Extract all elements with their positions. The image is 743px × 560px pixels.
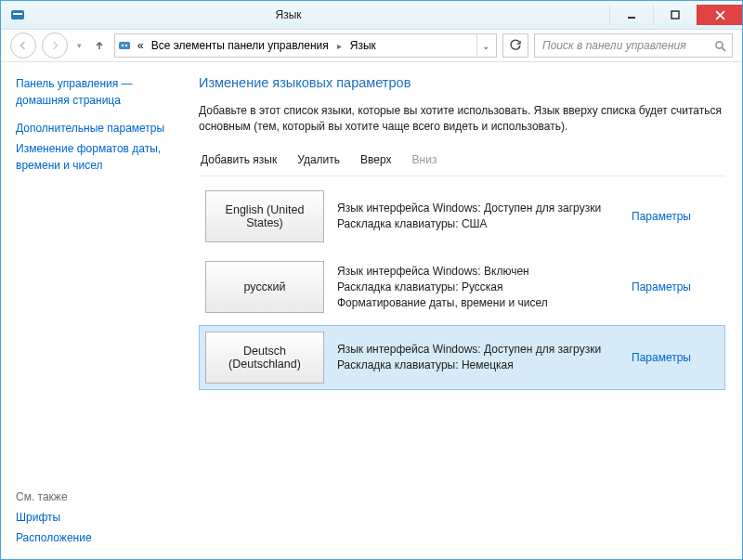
sidebar-location-link[interactable]: Расположение bbox=[16, 529, 184, 546]
minimize-button[interactable] bbox=[609, 5, 653, 25]
svg-rect-3 bbox=[671, 11, 679, 19]
language-row[interactable]: English (United States)Язык интерфейса W… bbox=[199, 184, 725, 249]
address-bar[interactable]: « Все элементы панели управления ▸ Язык … bbox=[114, 33, 497, 58]
search-box[interactable] bbox=[534, 33, 733, 58]
address-dropdown[interactable]: ⌄ bbox=[476, 34, 494, 57]
breadcrumb-item[interactable]: Все элементы панели управления bbox=[150, 39, 331, 52]
remove-language-button[interactable]: Удалить bbox=[297, 153, 340, 166]
language-detail-line: Раскладка клавиатуры: Русская bbox=[337, 280, 624, 295]
content-area: Изменение языковых параметров Добавьте в… bbox=[189, 62, 742, 559]
svg-rect-4 bbox=[119, 42, 130, 49]
control-panel-icon bbox=[117, 38, 132, 53]
svg-rect-2 bbox=[628, 17, 635, 19]
sidebar-advanced-link[interactable]: Дополнительные параметры bbox=[16, 120, 184, 137]
language-settings-window: Язык ▾ « Все эл bbox=[0, 0, 743, 560]
language-detail-line: Язык интерфейса Windows: Доступен для за… bbox=[337, 342, 624, 358]
page-title: Изменение языковых параметров bbox=[199, 75, 725, 90]
arrow-right-icon bbox=[49, 40, 60, 51]
language-options-link[interactable]: Параметры bbox=[632, 280, 691, 293]
close-button[interactable] bbox=[697, 5, 742, 25]
window-controls bbox=[609, 5, 742, 25]
arrow-left-icon bbox=[18, 40, 29, 51]
language-options-link[interactable]: Параметры bbox=[632, 351, 691, 364]
refresh-icon bbox=[509, 39, 522, 52]
sidebar-home-link[interactable]: Панель управления — домашняя страница bbox=[16, 75, 184, 109]
search-icon[interactable] bbox=[714, 40, 726, 52]
language-row[interactable]: Deutsch (Deutschland)Язык интерфейса Win… bbox=[199, 325, 725, 390]
toolbar: Добавить язык Удалить Вверх Вниз bbox=[199, 150, 725, 176]
up-level-button[interactable] bbox=[90, 35, 109, 56]
sidebar-see-also-label: См. также bbox=[16, 490, 184, 503]
language-tile[interactable]: русский bbox=[205, 261, 324, 313]
language-details: Язык интерфейса Windows: ВключенРаскладк… bbox=[330, 255, 632, 319]
sidebar-formats-link[interactable]: Изменение форматов даты, времени и чисел bbox=[16, 140, 184, 174]
maximize-button[interactable] bbox=[653, 5, 697, 25]
breadcrumb-item[interactable]: Язык bbox=[348, 39, 378, 52]
svg-line-8 bbox=[722, 47, 725, 51]
language-detail-line: Раскладка клавиатуры: США bbox=[337, 216, 624, 232]
titlebar: Язык bbox=[1, 1, 742, 30]
sidebar-fonts-link[interactable]: Шрифты bbox=[16, 509, 184, 526]
language-options-link[interactable]: Параметры bbox=[632, 210, 691, 223]
arrow-up-icon bbox=[93, 39, 106, 52]
add-language-button[interactable]: Добавить язык bbox=[201, 153, 277, 166]
language-tile[interactable]: English (United States) bbox=[205, 190, 324, 242]
navigation-bar: ▾ « Все элементы панели управления ▸ Язы… bbox=[1, 30, 742, 62]
svg-point-5 bbox=[122, 45, 124, 46]
body: Панель управления — домашняя страница До… bbox=[1, 62, 742, 559]
language-detail-line: Раскладка клавиатуры: Немецкая bbox=[337, 358, 624, 373]
language-options-cell: Параметры bbox=[632, 326, 724, 389]
back-button[interactable] bbox=[10, 33, 36, 59]
breadcrumb-prefix: « bbox=[136, 39, 146, 52]
language-row[interactable]: русскийЯзык интерфейса Windows: ВключенР… bbox=[199, 254, 725, 319]
language-tile[interactable]: Deutsch (Deutschland) bbox=[205, 332, 324, 384]
history-dropdown[interactable]: ▾ bbox=[73, 41, 85, 50]
refresh-button[interactable] bbox=[502, 33, 528, 58]
language-options-cell: Параметры bbox=[632, 185, 724, 248]
language-details: Язык интерфейса Windows: Доступен для за… bbox=[330, 326, 632, 389]
move-down-button[interactable]: Вниз bbox=[412, 153, 437, 166]
window-title: Язык bbox=[0, 8, 609, 21]
svg-point-7 bbox=[716, 41, 723, 47]
chevron-right-icon[interactable]: ▸ bbox=[334, 41, 345, 51]
language-detail-line: Форматирование даты, времени и чисел bbox=[337, 295, 624, 311]
search-input[interactable] bbox=[541, 38, 714, 53]
language-options-cell: Параметры bbox=[632, 255, 724, 319]
move-up-button[interactable]: Вверх bbox=[360, 153, 391, 166]
language-details: Язык интерфейса Windows: Доступен для за… bbox=[330, 185, 632, 248]
svg-point-6 bbox=[125, 45, 127, 46]
language-list: English (United States)Язык интерфейса W… bbox=[199, 184, 725, 390]
language-detail-line: Язык интерфейса Windows: Включен bbox=[337, 264, 624, 280]
page-description: Добавьте в этот список языки, которые вы… bbox=[199, 103, 725, 135]
language-detail-line: Язык интерфейса Windows: Доступен для за… bbox=[337, 201, 624, 216]
forward-button[interactable] bbox=[42, 33, 68, 59]
sidebar: Панель управления — домашняя страница До… bbox=[1, 62, 189, 559]
